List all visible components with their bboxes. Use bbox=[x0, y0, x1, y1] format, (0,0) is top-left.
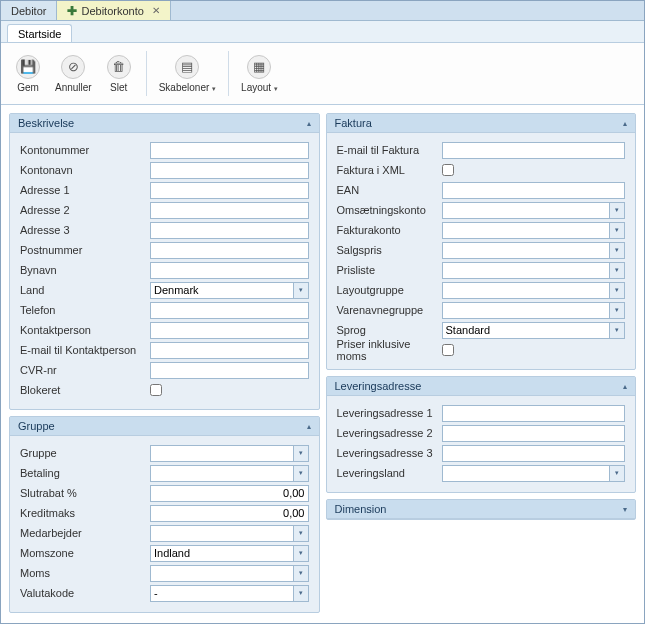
tab-debitorkonto-label: Debitorkonto bbox=[81, 5, 143, 17]
label-medarbejder: Medarbejder bbox=[20, 527, 150, 539]
select-varenavnegruppe[interactable]: ▾ bbox=[442, 302, 626, 319]
layout-icon: ▦ bbox=[247, 55, 271, 79]
plus-icon: ✚ bbox=[67, 4, 77, 18]
label-cvr: CVR-nr bbox=[20, 364, 150, 376]
panel-gruppe: Gruppe ▴ Gruppe ▾ Betaling ▾ Slutrabat %… bbox=[9, 416, 320, 613]
save-button[interactable]: 💾 Gem bbox=[7, 47, 49, 100]
chevron-down-icon: ▾ bbox=[293, 546, 308, 561]
label-gruppe: Gruppe bbox=[20, 447, 150, 459]
close-icon[interactable]: ✕ bbox=[152, 5, 160, 16]
select-salgspris[interactable]: ▾ bbox=[442, 242, 626, 259]
label-prisliste: Prisliste bbox=[337, 264, 442, 276]
label-lev3: Leveringsadresse 3 bbox=[337, 447, 442, 459]
input-lev3[interactable] bbox=[442, 445, 626, 462]
panel-body: Gruppe ▾ Betaling ▾ Slutrabat % Kreditma… bbox=[10, 436, 319, 612]
checkbox-blokeret[interactable] bbox=[150, 384, 162, 396]
select-momszone[interactable]: Indland▾ bbox=[150, 545, 309, 562]
tab-debitorkonto[interactable]: ✚ Debitorkonto ✕ bbox=[57, 1, 170, 20]
input-kreditmaks[interactable] bbox=[150, 505, 309, 522]
select-land[interactable]: Denmark▾ bbox=[150, 282, 309, 299]
label-lev1: Leveringsadresse 1 bbox=[337, 407, 442, 419]
templates-button[interactable]: ▤ Skabeloner ▾ bbox=[153, 47, 222, 100]
collapse-icon: ▴ bbox=[623, 119, 627, 128]
panel-header-beskrivelse[interactable]: Beskrivelse ▴ bbox=[10, 114, 319, 133]
label-betaling: Betaling bbox=[20, 467, 150, 479]
label-email-kontakt: E-mail til Kontaktperson bbox=[20, 344, 150, 356]
chevron-down-icon: ▾ bbox=[293, 526, 308, 541]
select-valutakode[interactable]: -▾ bbox=[150, 585, 309, 602]
input-adresse1[interactable] bbox=[150, 182, 309, 199]
input-email-faktura[interactable] bbox=[442, 142, 626, 159]
cancel-icon: ⊘ bbox=[61, 55, 85, 79]
input-telefon[interactable] bbox=[150, 302, 309, 319]
input-email-kontakt[interactable] bbox=[150, 342, 309, 359]
input-adresse3[interactable] bbox=[150, 222, 309, 239]
panel-body: Kontonummer Kontonavn Adresse 1 Adresse … bbox=[10, 133, 319, 409]
label-kontonavn: Kontonavn bbox=[20, 164, 150, 176]
delete-button[interactable]: 🗑 Slet bbox=[98, 47, 140, 100]
tab-debitor-label: Debitor bbox=[11, 5, 46, 17]
chevron-down-icon: ▾ bbox=[609, 323, 624, 338]
chevron-down-icon: ▾ bbox=[293, 586, 308, 601]
select-fakturakonto[interactable]: ▾ bbox=[442, 222, 626, 239]
select-sprog[interactable]: Standard▾ bbox=[442, 322, 626, 339]
input-cvr[interactable] bbox=[150, 362, 309, 379]
checkbox-priser-moms[interactable] bbox=[442, 344, 454, 356]
label-adresse3: Adresse 3 bbox=[20, 224, 150, 236]
layout-button[interactable]: ▦ Layout ▾ bbox=[235, 47, 284, 100]
chevron-down-icon: ▾ bbox=[609, 466, 624, 481]
label-adresse1: Adresse 1 bbox=[20, 184, 150, 196]
tab-startside[interactable]: Startside bbox=[7, 24, 72, 42]
input-adresse2[interactable] bbox=[150, 202, 309, 219]
input-kontonavn[interactable] bbox=[150, 162, 309, 179]
select-layoutgruppe[interactable]: ▾ bbox=[442, 282, 626, 299]
chevron-down-icon: ▾ bbox=[609, 303, 624, 318]
panel-header-faktura[interactable]: Faktura ▴ bbox=[327, 114, 636, 133]
panel-header-dimension[interactable]: Dimension ▾ bbox=[327, 500, 636, 519]
label-kreditmaks: Kreditmaks bbox=[20, 507, 150, 519]
panel-beskrivelse: Beskrivelse ▴ Kontonummer Kontonavn Adre… bbox=[9, 113, 320, 410]
collapse-icon: ▴ bbox=[307, 119, 311, 128]
select-gruppe[interactable]: ▾ bbox=[150, 445, 309, 462]
collapse-icon: ▴ bbox=[307, 422, 311, 431]
panel-dimension: Dimension ▾ bbox=[326, 499, 637, 520]
label-sprog: Sprog bbox=[337, 324, 442, 336]
input-postnummer[interactable] bbox=[150, 242, 309, 259]
label-priser-moms: Priser inklusive moms bbox=[337, 338, 442, 362]
input-bynavn[interactable] bbox=[150, 262, 309, 279]
label-momszone: Momszone bbox=[20, 547, 150, 559]
label-layoutgruppe: Layoutgruppe bbox=[337, 284, 442, 296]
chevron-down-icon: ▾ bbox=[293, 566, 308, 581]
panel-header-levering[interactable]: Leveringsadresse ▴ bbox=[327, 377, 636, 396]
input-slutrabat[interactable] bbox=[150, 485, 309, 502]
select-prisliste[interactable]: ▾ bbox=[442, 262, 626, 279]
input-kontonummer[interactable] bbox=[150, 142, 309, 159]
cancel-button[interactable]: ⊘ Annuller bbox=[49, 47, 98, 100]
input-kontaktperson[interactable] bbox=[150, 322, 309, 339]
tab-debitor[interactable]: Debitor bbox=[1, 1, 57, 20]
select-moms[interactable]: ▾ bbox=[150, 565, 309, 582]
panel-header-gruppe[interactable]: Gruppe ▴ bbox=[10, 417, 319, 436]
chevron-down-icon: ▾ bbox=[293, 466, 308, 481]
input-ean[interactable] bbox=[442, 182, 626, 199]
select-medarbejder[interactable]: ▾ bbox=[150, 525, 309, 542]
label-varenavnegruppe: Varenavnegruppe bbox=[337, 304, 442, 316]
chevron-down-icon: ▾ bbox=[609, 223, 624, 238]
select-levland[interactable]: ▾ bbox=[442, 465, 626, 482]
trash-icon: 🗑 bbox=[107, 55, 131, 79]
collapse-icon: ▴ bbox=[623, 382, 627, 391]
select-betaling[interactable]: ▾ bbox=[150, 465, 309, 482]
chevron-down-icon: ▾ bbox=[293, 446, 308, 461]
ribbon: 💾 Gem ⊘ Annuller 🗑 Slet ▤ Skabeloner ▾ ▦… bbox=[1, 43, 644, 105]
chevron-down-icon: ▾ bbox=[274, 85, 278, 92]
input-lev1[interactable] bbox=[442, 405, 626, 422]
select-omsaetning[interactable]: ▾ bbox=[442, 202, 626, 219]
checkbox-faktura-xml[interactable] bbox=[442, 164, 454, 176]
label-omsaetning: Omsætningskonto bbox=[337, 204, 442, 216]
input-lev2[interactable] bbox=[442, 425, 626, 442]
top-tabs: Debitor ✚ Debitorkonto ✕ bbox=[1, 1, 644, 21]
panel-levering: Leveringsadresse ▴ Leveringsadresse 1 Le… bbox=[326, 376, 637, 493]
label-valutakode: Valutakode bbox=[20, 587, 150, 599]
label-blokeret: Blokeret bbox=[20, 384, 150, 396]
label-faktura-xml: Faktura i XML bbox=[337, 164, 442, 176]
